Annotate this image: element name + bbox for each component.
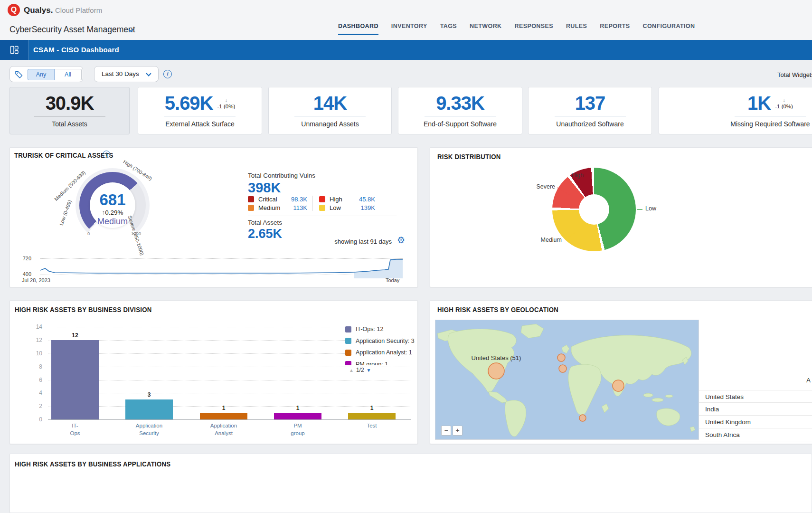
business-division-title: HIGH RISK ASSETS BY BUSINESS DIVISION bbox=[15, 305, 151, 314]
kpi-external-attack-surface[interactable]: 5.69K ↓-1 (0%) External Attack Surface bbox=[138, 87, 262, 134]
low-swatch-icon bbox=[319, 205, 325, 211]
kpi-underline bbox=[735, 116, 806, 116]
trurisk-sparkline-chart bbox=[40, 256, 403, 279]
world-map[interactable]: United States (51) − + bbox=[435, 320, 699, 440]
legend-item-pm-group[interactable]: PM group: 1 bbox=[345, 359, 418, 366]
vuln-legend-medium: Medium113K bbox=[248, 204, 307, 211]
kpi-unmanaged-assets[interactable]: 14K Unmanaged Assets bbox=[268, 87, 392, 134]
kpi-missing-required-software[interactable]: 1K ↓-1 (0%) Missing Required Software bbox=[659, 87, 812, 134]
kpi-label: Missing Required Software bbox=[730, 120, 810, 128]
x-axis-line bbox=[48, 419, 411, 420]
legend-item-application-security[interactable]: Application Security: 3 bbox=[345, 335, 418, 347]
world-map-svg: United States (51) bbox=[435, 320, 699, 439]
dashboard-grid-icon bbox=[9, 45, 19, 55]
tab-configuration[interactable]: CONFIGURATION bbox=[643, 23, 695, 35]
bubble-india[interactable] bbox=[613, 380, 624, 391]
tab-reports[interactable]: REPORTS bbox=[600, 23, 630, 35]
kpi-label: End-of-Support Software bbox=[424, 120, 497, 128]
donut-label-severe: Severe bbox=[527, 183, 555, 190]
kpi-underline bbox=[294, 116, 366, 116]
gridline bbox=[48, 393, 411, 393]
kpi-end-of-support-software[interactable]: 9.33K End-of-Support Software bbox=[398, 87, 522, 134]
kpi-unauthorized-software[interactable]: 137 Unauthorized Software bbox=[528, 87, 652, 134]
vuln-legend-low: Low139K bbox=[319, 204, 375, 211]
main-nav: DASHBOARD INVENTORY TAGS NETWORK RESPONS… bbox=[338, 23, 695, 35]
donut-label-medium: Medium bbox=[531, 237, 562, 243]
x-label-test: Test bbox=[341, 422, 403, 430]
filter-info-icon[interactable]: i bbox=[163, 70, 172, 78]
assets-label: Total Assets bbox=[248, 219, 282, 226]
dashboard-picker-button[interactable] bbox=[0, 40, 28, 60]
widget-settings-gear-icon[interactable]: ⚙ bbox=[397, 235, 405, 246]
kpi-underline bbox=[164, 116, 236, 116]
legend-item-application-analyst[interactable]: Application Analyst: 1 bbox=[345, 347, 418, 359]
spark-start-date: Jul 28, 2023 bbox=[22, 277, 50, 283]
top-header: Q Qualys. Cloud Platform CyberSecurity A… bbox=[0, 0, 812, 40]
brand-suffix: Cloud Platform bbox=[55, 6, 102, 14]
bar-value: 3 bbox=[125, 391, 173, 398]
legend-divider bbox=[312, 196, 313, 211]
y-tick: 2 bbox=[24, 403, 42, 409]
tag-mode-any-button[interactable]: Any bbox=[28, 69, 55, 80]
spark-ymax-label: 720 bbox=[17, 256, 31, 261]
map-zoom-out-button[interactable]: − bbox=[441, 426, 451, 436]
tab-dashboard[interactable]: DASHBOARD bbox=[338, 23, 378, 35]
spark-line bbox=[40, 259, 403, 273]
bar-it-ops[interactable] bbox=[51, 340, 99, 419]
vulns-total: 398K bbox=[248, 180, 281, 196]
bubble-spain[interactable] bbox=[559, 365, 567, 372]
spark-ymin-label: 400 bbox=[17, 271, 31, 277]
x-label-application-security: ApplicationSecurity bbox=[118, 422, 180, 437]
geo-row-south-africa[interactable]: South Africa bbox=[699, 428, 812, 441]
tag-mode-all-button[interactable]: All bbox=[55, 69, 82, 80]
kpi-delta: ↓-1 (0%) bbox=[217, 97, 236, 110]
tab-rules[interactable]: RULES bbox=[566, 23, 587, 35]
bubble-united-kingdom[interactable] bbox=[557, 354, 565, 361]
geo-row-united-states[interactable]: United States bbox=[699, 390, 812, 403]
y-tick: 8 bbox=[24, 363, 42, 370]
app-switcher[interactable]: CyberSecurity Asset Management bbox=[9, 25, 135, 35]
bubble-united-states[interactable] bbox=[488, 363, 504, 379]
vuln-legend-high: High45.8K bbox=[319, 196, 375, 203]
risk-distribution-title: RISK DISTRIBUTION bbox=[437, 152, 501, 161]
dashboard-toolbar: CSAM - CISO Dashboard bbox=[0, 40, 812, 60]
map-zoom-in-button[interactable]: + bbox=[453, 426, 463, 436]
geo-row-united-kingdom[interactable]: United Kingdom bbox=[699, 416, 812, 428]
spark-end-date: Today bbox=[386, 277, 399, 283]
dashboard-title: CSAM - CISO Dashboard bbox=[33, 46, 119, 54]
bar-test[interactable] bbox=[348, 413, 396, 419]
geolocation-widget: HIGH RISK ASSETS BY GEOLOCATION bbox=[430, 300, 812, 444]
y-tick: 4 bbox=[24, 390, 42, 396]
y-tick: 10 bbox=[24, 350, 42, 357]
kpi-underline bbox=[34, 116, 105, 116]
kpi-value: 30.9K bbox=[46, 94, 94, 113]
y-tick: 14 bbox=[24, 323, 42, 330]
trurisk-info-icon[interactable]: i bbox=[103, 151, 110, 158]
legend-item-it-ops[interactable]: IT-Ops: 12 bbox=[345, 323, 418, 335]
trend-down-icon: ↓ bbox=[783, 97, 785, 104]
bar-application-analyst[interactable] bbox=[200, 413, 247, 419]
business-applications-widget: HIGH RISK ASSETS BY BUSINESS APPLICATION… bbox=[9, 454, 812, 513]
geo-row-india[interactable]: India bbox=[699, 403, 812, 416]
legend-swatch-icon bbox=[345, 338, 351, 344]
tab-network[interactable]: NETWORK bbox=[470, 23, 501, 35]
date-range-select[interactable]: Last 30 Days bbox=[94, 66, 159, 82]
bar-value: 1 bbox=[274, 405, 321, 411]
assets-total: 2.65K bbox=[248, 227, 282, 241]
geolocation-title: HIGH RISK ASSETS BY GEOLOCATION bbox=[437, 305, 558, 314]
legend-page-down-icon[interactable]: ▼ bbox=[367, 368, 371, 373]
kpi-underline bbox=[555, 116, 626, 116]
bubble-south-africa[interactable] bbox=[579, 415, 586, 421]
tab-inventory[interactable]: INVENTORY bbox=[391, 23, 427, 35]
tab-responses[interactable]: RESPONSES bbox=[515, 23, 553, 35]
tag-icon bbox=[15, 70, 23, 79]
bubble-label-united-states: United States (51) bbox=[472, 354, 521, 361]
bar-application-security[interactable] bbox=[125, 399, 173, 419]
kpi-total-assets[interactable]: 30.9K Total Assets bbox=[9, 87, 130, 134]
date-range-value: Last 30 Days bbox=[102, 70, 139, 77]
legend-page-up-icon[interactable]: ▲ bbox=[349, 368, 354, 373]
bar-pm-group[interactable] bbox=[274, 413, 321, 419]
tab-tags[interactable]: TAGS bbox=[440, 23, 457, 35]
geo-row-spain[interactable]: Spain bbox=[699, 441, 812, 444]
kpi-delta: ↓-1 (0%) bbox=[775, 97, 793, 110]
